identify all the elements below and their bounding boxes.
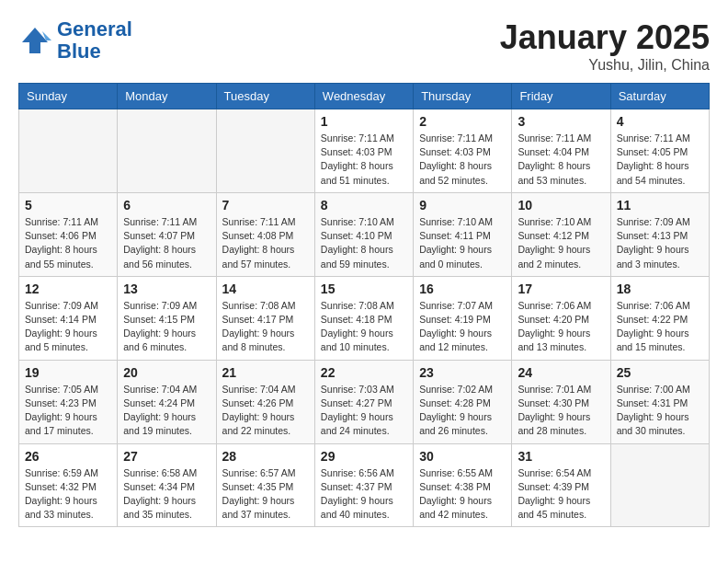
day-number: 29 bbox=[321, 449, 407, 464]
day-info: Sunrise: 7:09 AM Sunset: 4:15 PM Dayligh… bbox=[123, 299, 210, 355]
calendar-cell: 23Sunrise: 7:02 AM Sunset: 4:28 PM Dayli… bbox=[414, 360, 512, 443]
day-info: Sunrise: 7:11 AM Sunset: 4:04 PM Dayligh… bbox=[518, 132, 604, 188]
day-number: 15 bbox=[321, 282, 407, 296]
day-number: 10 bbox=[518, 198, 604, 213]
day-number: 25 bbox=[617, 365, 703, 380]
day-info: Sunrise: 7:05 AM Sunset: 4:23 PM Dayligh… bbox=[25, 383, 111, 439]
calendar-cell: 9Sunrise: 7:10 AM Sunset: 4:11 PM Daylig… bbox=[414, 192, 512, 276]
day-number: 3 bbox=[518, 114, 604, 129]
weekday-header-sunday: Sunday bbox=[19, 84, 118, 109]
calendar-week-4: 19Sunrise: 7:05 AM Sunset: 4:23 PM Dayli… bbox=[19, 360, 710, 443]
calendar-cell: 20Sunrise: 7:04 AM Sunset: 4:24 PM Dayli… bbox=[118, 360, 216, 443]
calendar-cell: 18Sunrise: 7:06 AM Sunset: 4:22 PM Dayli… bbox=[610, 276, 709, 360]
calendar-cell bbox=[118, 109, 216, 193]
calendar-cell: 12Sunrise: 7:09 AM Sunset: 4:14 PM Dayli… bbox=[19, 276, 118, 360]
day-number: 1 bbox=[321, 114, 407, 129]
logo-line2: Blue bbox=[57, 40, 132, 63]
day-number: 20 bbox=[123, 365, 210, 380]
calendar-cell: 15Sunrise: 7:08 AM Sunset: 4:18 PM Dayli… bbox=[314, 276, 413, 360]
calendar-cell bbox=[19, 109, 118, 193]
calendar-cell: 29Sunrise: 6:56 AM Sunset: 4:37 PM Dayli… bbox=[314, 443, 413, 527]
calendar-cell: 19Sunrise: 7:05 AM Sunset: 4:23 PM Dayli… bbox=[19, 360, 118, 443]
day-number: 16 bbox=[419, 282, 506, 296]
weekday-header-saturday: Saturday bbox=[610, 84, 709, 109]
calendar-cell: 26Sunrise: 6:59 AM Sunset: 4:32 PM Dayli… bbox=[19, 443, 118, 527]
calendar-cell: 22Sunrise: 7:03 AM Sunset: 4:27 PM Dayli… bbox=[314, 360, 413, 443]
day-number: 13 bbox=[123, 282, 210, 296]
day-number: 2 bbox=[419, 114, 506, 129]
day-info: Sunrise: 7:01 AM Sunset: 4:30 PM Dayligh… bbox=[518, 383, 604, 439]
calendar-cell: 10Sunrise: 7:10 AM Sunset: 4:12 PM Dayli… bbox=[512, 192, 610, 276]
day-info: Sunrise: 6:55 AM Sunset: 4:38 PM Dayligh… bbox=[419, 466, 506, 523]
day-number: 12 bbox=[25, 282, 111, 296]
day-number: 11 bbox=[617, 198, 703, 213]
header: General Blue January 2025 Yushu, Jilin, … bbox=[18, 18, 710, 74]
day-info: Sunrise: 7:03 AM Sunset: 4:27 PM Dayligh… bbox=[321, 383, 407, 439]
calendar-cell: 4Sunrise: 7:11 AM Sunset: 4:05 PM Daylig… bbox=[610, 109, 709, 193]
day-info: Sunrise: 7:08 AM Sunset: 4:18 PM Dayligh… bbox=[321, 299, 407, 355]
title-area: January 2025 Yushu, Jilin, China bbox=[500, 18, 710, 74]
calendar-cell: 8Sunrise: 7:10 AM Sunset: 4:10 PM Daylig… bbox=[314, 192, 413, 276]
day-info: Sunrise: 6:54 AM Sunset: 4:39 PM Dayligh… bbox=[518, 466, 604, 523]
month-title: January 2025 bbox=[500, 18, 710, 57]
calendar-week-2: 5Sunrise: 7:11 AM Sunset: 4:06 PM Daylig… bbox=[19, 192, 710, 276]
calendar-cell: 5Sunrise: 7:11 AM Sunset: 4:06 PM Daylig… bbox=[19, 192, 118, 276]
calendar-cell: 13Sunrise: 7:09 AM Sunset: 4:15 PM Dayli… bbox=[118, 276, 216, 360]
day-number: 19 bbox=[25, 365, 111, 380]
calendar-cell: 3Sunrise: 7:11 AM Sunset: 4:04 PM Daylig… bbox=[512, 109, 610, 193]
logo-text: General Blue bbox=[57, 18, 132, 63]
calendar-cell: 25Sunrise: 7:00 AM Sunset: 4:31 PM Dayli… bbox=[610, 360, 709, 443]
calendar-cell: 31Sunrise: 6:54 AM Sunset: 4:39 PM Dayli… bbox=[512, 443, 610, 527]
calendar-week-1: 1Sunrise: 7:11 AM Sunset: 4:03 PM Daylig… bbox=[19, 109, 710, 193]
weekday-header-row: SundayMondayTuesdayWednesdayThursdayFrid… bbox=[19, 84, 710, 109]
calendar-cell: 24Sunrise: 7:01 AM Sunset: 4:30 PM Dayli… bbox=[512, 360, 610, 443]
calendar-cell: 7Sunrise: 7:11 AM Sunset: 4:08 PM Daylig… bbox=[216, 192, 314, 276]
day-info: Sunrise: 7:04 AM Sunset: 4:26 PM Dayligh… bbox=[222, 383, 309, 439]
day-number: 14 bbox=[222, 282, 309, 296]
calendar-cell bbox=[610, 443, 709, 527]
day-info: Sunrise: 7:11 AM Sunset: 4:06 PM Dayligh… bbox=[25, 215, 111, 271]
day-info: Sunrise: 7:00 AM Sunset: 4:31 PM Dayligh… bbox=[617, 383, 703, 439]
calendar-cell: 6Sunrise: 7:11 AM Sunset: 4:07 PM Daylig… bbox=[118, 192, 216, 276]
calendar-table: SundayMondayTuesdayWednesdayThursdayFrid… bbox=[18, 83, 710, 527]
calendar-cell: 14Sunrise: 7:08 AM Sunset: 4:17 PM Dayli… bbox=[216, 276, 314, 360]
calendar-cell: 17Sunrise: 7:06 AM Sunset: 4:20 PM Dayli… bbox=[512, 276, 610, 360]
day-info: Sunrise: 7:09 AM Sunset: 4:13 PM Dayligh… bbox=[617, 215, 703, 271]
calendar-cell: 21Sunrise: 7:04 AM Sunset: 4:26 PM Dayli… bbox=[216, 360, 314, 443]
day-number: 27 bbox=[123, 449, 210, 464]
calendar-cell: 2Sunrise: 7:11 AM Sunset: 4:03 PM Daylig… bbox=[414, 109, 512, 193]
day-number: 18 bbox=[617, 282, 703, 296]
day-number: 24 bbox=[518, 365, 604, 380]
logo-icon bbox=[18, 24, 51, 57]
calendar-cell: 11Sunrise: 7:09 AM Sunset: 4:13 PM Dayli… bbox=[610, 192, 709, 276]
day-info: Sunrise: 7:11 AM Sunset: 4:03 PM Dayligh… bbox=[419, 132, 506, 188]
calendar-week-5: 26Sunrise: 6:59 AM Sunset: 4:32 PM Dayli… bbox=[19, 443, 710, 527]
day-info: Sunrise: 7:11 AM Sunset: 4:03 PM Dayligh… bbox=[321, 132, 407, 188]
day-info: Sunrise: 7:06 AM Sunset: 4:20 PM Dayligh… bbox=[518, 299, 604, 355]
day-number: 5 bbox=[25, 198, 111, 213]
day-info: Sunrise: 7:06 AM Sunset: 4:22 PM Dayligh… bbox=[617, 299, 703, 355]
weekday-header-tuesday: Tuesday bbox=[216, 84, 314, 109]
day-info: Sunrise: 7:11 AM Sunset: 4:08 PM Dayligh… bbox=[222, 215, 309, 271]
day-info: Sunrise: 7:10 AM Sunset: 4:10 PM Dayligh… bbox=[321, 215, 407, 271]
weekday-header-monday: Monday bbox=[118, 84, 216, 109]
weekday-header-thursday: Thursday bbox=[414, 84, 512, 109]
day-number: 30 bbox=[419, 449, 506, 464]
day-number: 6 bbox=[123, 198, 210, 213]
weekday-header-friday: Friday bbox=[512, 84, 610, 109]
day-number: 21 bbox=[222, 365, 309, 380]
calendar-cell: 30Sunrise: 6:55 AM Sunset: 4:38 PM Dayli… bbox=[414, 443, 512, 527]
weekday-header-wednesday: Wednesday bbox=[314, 84, 413, 109]
day-number: 26 bbox=[25, 449, 111, 464]
day-info: Sunrise: 6:57 AM Sunset: 4:35 PM Dayligh… bbox=[222, 466, 309, 523]
day-info: Sunrise: 7:09 AM Sunset: 4:14 PM Dayligh… bbox=[25, 299, 111, 355]
day-info: Sunrise: 6:59 AM Sunset: 4:32 PM Dayligh… bbox=[25, 466, 111, 523]
logo: General Blue bbox=[18, 18, 132, 63]
svg-marker-0 bbox=[22, 28, 48, 53]
calendar-cell: 1Sunrise: 7:11 AM Sunset: 4:03 PM Daylig… bbox=[314, 109, 413, 193]
day-info: Sunrise: 7:10 AM Sunset: 4:11 PM Dayligh… bbox=[419, 215, 506, 271]
day-number: 22 bbox=[321, 365, 407, 380]
calendar-week-3: 12Sunrise: 7:09 AM Sunset: 4:14 PM Dayli… bbox=[19, 276, 710, 360]
day-info: Sunrise: 7:11 AM Sunset: 4:05 PM Dayligh… bbox=[617, 132, 703, 188]
logo-line1: General bbox=[57, 18, 132, 40]
